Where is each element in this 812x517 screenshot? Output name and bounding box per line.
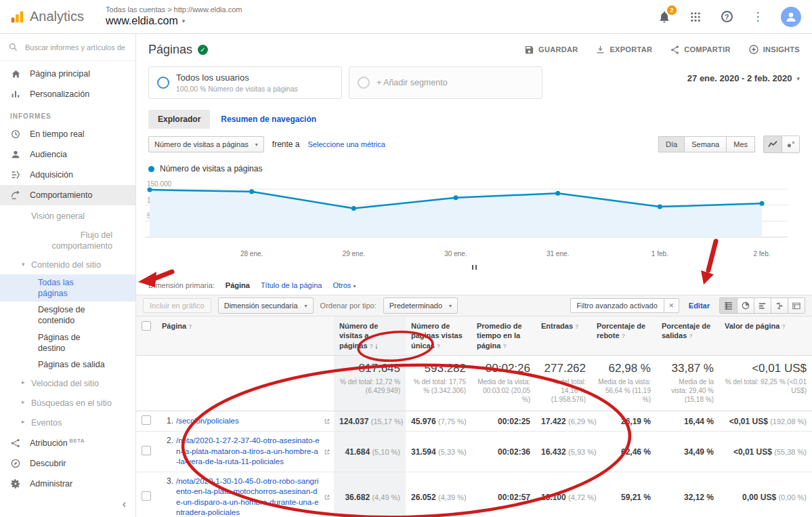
more-options-button[interactable]: ⋮ [750,9,766,25]
sidebar-bottom: AtribuciónBETA Descubrir Administrar ‹ [0,433,135,517]
avatar[interactable] [781,7,801,27]
analytics-logo[interactable]: Analytics [0,9,93,24]
line-chart-button[interactable] [764,136,782,152]
property-selector[interactable]: www.eldia.com ▾ [106,14,242,28]
sidebar-item-admin[interactable]: Administrar [0,474,135,494]
column-header-pagina[interactable]: Página? [156,316,334,356]
add-segment-button[interactable]: + Añadir segmento [349,66,542,99]
select-all-checkbox[interactable] [142,321,151,331]
property-name: www.eldia.com [106,14,178,28]
row-checkbox[interactable] [142,491,151,501]
save-button[interactable]: GUARDAR [524,45,578,55]
dimension-other[interactable]: Otros ▾ [333,281,356,289]
column-header-tiempo[interactable]: Promedio de tiempo en la página? [471,316,536,356]
motion-chart-button[interactable] [782,136,799,152]
row-checkbox[interactable] [142,446,151,455]
granularity-day-button[interactable]: Día [658,136,685,152]
sidebar-item-home[interactable]: Página principal [0,64,135,84]
tab-resumen-navegacion[interactable]: Resumen de navegación [211,110,326,129]
sidebar-item-discover[interactable]: Descubrir [0,453,135,474]
sidebar-item-all-pages[interactable]: Todas las páginas [0,274,135,302]
column-header-salidas[interactable]: Porcentaje de salidas? [656,316,719,356]
sidebar-item-audience[interactable]: Audiencia [0,144,135,165]
edit-filter-link[interactable]: Editar [689,302,710,310]
pivot-view-button[interactable] [788,298,805,313]
filter-chip-label: Filtro avanzado activado [571,302,664,310]
data-view-button[interactable] [720,298,737,313]
sidebar-item-realtime[interactable]: En tiempo real [0,124,135,144]
chart-type-group [763,136,800,153]
page-link[interactable]: /seccion/policiales [176,416,239,427]
column-header-entradas[interactable]: Entradas? [536,316,591,356]
sidebar-item-events[interactable]: ▸ Eventos [0,414,135,432]
sidebar-item-behavior[interactable]: Comportamiento [0,185,135,205]
secondary-dimension-dropdown[interactable]: Dimensión secundaria ▾ [218,297,314,314]
sidebar-item-exit-pages[interactable]: Páginas de salida [0,356,135,373]
sidebar-item-attribution[interactable]: AtribuciónBETA [0,433,135,453]
select-metric-link[interactable]: Seleccione una métrica [308,140,385,148]
traffic-chart[interactable]: 50.000100.000150.00028 ene.29 ene.30 ene… [136,175,812,270]
apps-grid-button[interactable] [687,9,704,25]
breadcrumb[interactable]: Todas las cuentas > http://www.eldia.com [106,5,242,15]
sidebar-item-content-drilldown[interactable]: Desglose de contenido [0,302,135,329]
open-in-new-icon[interactable] [324,418,330,425]
sidebar-item-site-content[interactable]: ▾ Contenido del sitio [0,257,135,274]
top-app-bar: Analytics Todas las cuentas > http://www… [0,0,812,34]
column-header-visitas[interactable]: Número de visitas a páginas?↓ [334,316,406,356]
segment-all-users[interactable]: Todos los usuarios 100,00 % Número de vi… [148,66,342,99]
insights-button[interactable]: INSIGHTS [748,44,800,55]
total-entrances: 277.262 [541,362,586,375]
page-title: Páginas [148,43,192,57]
segment-detail: 100,00 % Número de visitas a páginas [176,85,298,93]
sidebar-item-site-search[interactable]: ▸ Búsquedas en el sitio [0,394,135,412]
sidebar-collapse-button[interactable]: ‹ [0,494,135,514]
clock-icon [9,129,22,140]
plot-rows-button[interactable]: Incluir en gráfico [143,298,211,313]
metric-dropdown[interactable]: Número de visitas a páginas ▾ [148,136,264,152]
help-button[interactable]: ? [719,9,735,25]
comparison-view-button[interactable] [771,298,788,313]
svg-text:2 feb.: 2 feb. [753,250,770,257]
export-button[interactable]: EXPORTAR [595,45,652,55]
chart-scrub-handle[interactable] [146,265,803,270]
column-header-rebote[interactable]: Porcentaje de rebote? [591,316,656,356]
page-link[interactable]: /nota/2020-1-27-2-37-40-otro-asesinato-e… [176,436,320,468]
apps-grid-icon [689,11,702,23]
save-icon [524,45,534,55]
sidebar-item-label: Velocidad del sitio [31,378,99,389]
open-in-new-icon[interactable] [324,449,330,455]
open-in-new-icon[interactable] [324,494,330,501]
share-button[interactable]: COMPARTIR [670,45,731,55]
sidebar-item-customization[interactable]: Personalización [0,84,135,104]
column-header-vistas-unicas[interactable]: Número de páginas vistas únicas? [406,316,471,356]
dimension-page[interactable]: Página [226,281,250,289]
granularity-week-button[interactable]: Semana [685,136,727,152]
sidebar-item-behavior-overview[interactable]: Visión general [0,207,135,225]
column-header-valor[interactable]: Valor de página? [719,316,812,356]
sidebar-search[interactable] [0,34,135,61]
help-icon: ? [370,343,374,350]
total-pageviews: 817.645 [339,362,400,375]
search-input[interactable] [25,43,127,51]
chevron-left-icon: ‹ [123,498,126,510]
help-icon: ? [782,323,786,330]
sort-type-dropdown[interactable]: Predeterminado ▾ [383,297,458,314]
line-chart-icon [768,140,777,148]
sidebar-item-acquisition[interactable]: Adquisición [0,165,135,185]
row-checkbox[interactable] [142,415,151,425]
sidebar-item-landing-pages[interactable]: Páginas de destino [0,329,135,357]
page-link[interactable]: /nota/2020-1-30-10-45-0-otro-robo-sangri… [176,476,320,517]
notifications-button[interactable]: 2 [656,9,672,25]
tab-explorador[interactable]: Explorador [148,110,210,129]
sidebar: Página principal Personalización INFORME… [0,34,136,517]
percentage-view-button[interactable] [737,298,754,313]
sidebar-item-site-speed[interactable]: ▸ Velocidad del sitio [0,375,135,392]
granularity-month-button[interactable]: Mes [727,136,755,152]
dimension-page-title[interactable]: Título de la página [261,281,322,289]
radio-unselected-icon [358,77,370,89]
performance-view-button[interactable] [754,298,771,313]
topbar-actions: 2 ? ⋮ [656,7,812,27]
sidebar-item-behavior-flow[interactable]: Flujo del comportamiento [0,227,135,255]
date-range-selector[interactable]: 27 ene. 2020 - 2 feb. 2020 ▾ [687,66,800,83]
remove-filter-button[interactable]: × [664,299,679,312]
